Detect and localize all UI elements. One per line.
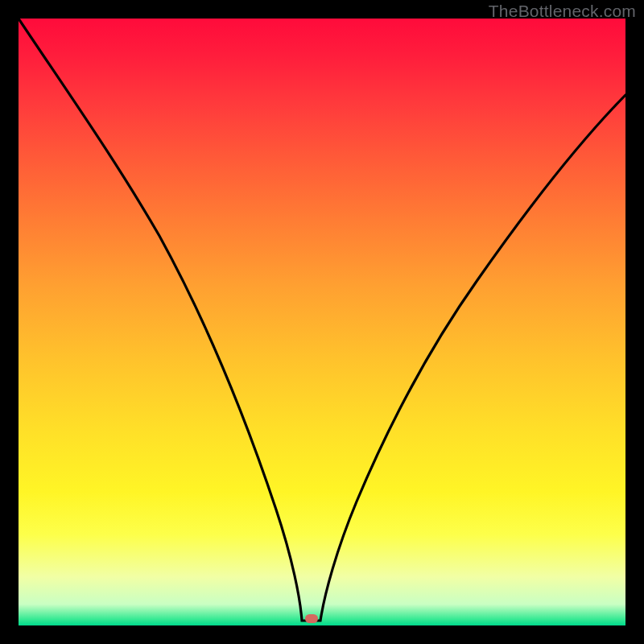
plot-frame <box>19 19 625 625</box>
curve-path <box>19 19 625 621</box>
watermark-text: TheBottleneck.com <box>489 2 636 21</box>
optimal-point-marker <box>305 614 318 623</box>
bottleneck-curve <box>19 19 625 625</box>
